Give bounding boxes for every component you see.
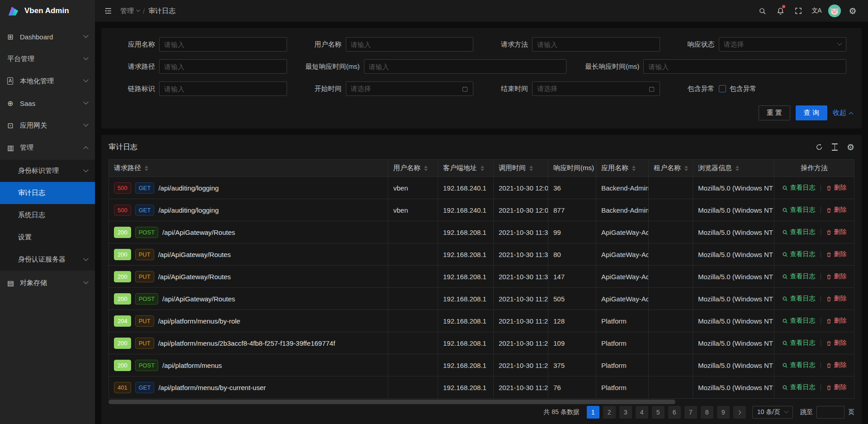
- view-log-button[interactable]: 查看日志: [782, 383, 816, 391]
- end-time-picker[interactable]: 请选择: [532, 81, 660, 96]
- sidebar-menu-item[interactable]: 本地化管理: [0, 71, 95, 91]
- horizontal-scrollbar[interactable]: [108, 400, 854, 404]
- delete-button[interactable]: 删除: [826, 383, 847, 391]
- view-log-button[interactable]: 查看日志: [782, 339, 816, 347]
- sidebar-submenu-item[interactable]: 审计日志: [0, 182, 95, 204]
- delete-button[interactable]: 删除: [826, 295, 847, 303]
- column-header[interactable]: 请求路径: [109, 160, 388, 177]
- column-header[interactable]: 用户名称: [388, 160, 438, 177]
- reset-button[interactable]: 重 置: [759, 105, 790, 120]
- settings-icon[interactable]: ⚙: [844, 0, 862, 22]
- request-path-input[interactable]: [159, 59, 287, 74]
- filter-field-trace-id: 链路标识: [108, 81, 295, 96]
- page-button[interactable]: 6: [668, 406, 681, 419]
- delete-button[interactable]: 删除: [826, 361, 847, 369]
- column-header[interactable]: 响应时间(ms): [548, 160, 596, 177]
- collapse-link[interactable]: 收起: [833, 109, 853, 117]
- max-response-time-input[interactable]: [643, 59, 846, 74]
- sidebar-submenu-item[interactable]: 身份标识管理: [0, 160, 95, 182]
- page-button[interactable]: 7: [684, 406, 697, 419]
- row-height-icon[interactable]: [832, 143, 838, 151]
- delete-button[interactable]: 删除: [826, 184, 847, 192]
- app-name-cell: Platform: [596, 376, 649, 399]
- sort-icon[interactable]: [632, 166, 636, 171]
- field-label: 链路标识: [108, 85, 159, 93]
- view-log-button[interactable]: 查看日志: [782, 228, 816, 236]
- sidebar-menu-item[interactable]: 平台管理: [0, 49, 95, 69]
- include-exception-checkbox[interactable]: [719, 85, 726, 92]
- column-header[interactable]: 租户名称: [649, 160, 693, 177]
- sidebar-submenu-item[interactable]: 身份认证服务器: [0, 248, 95, 271]
- sort-icon[interactable]: [481, 166, 484, 171]
- actions-cell: 查看日志 删除: [774, 310, 854, 332]
- refresh-icon[interactable]: [816, 143, 823, 151]
- sort-icon[interactable]: [529, 166, 533, 171]
- page-button[interactable]: 9: [717, 406, 730, 419]
- scrollbar-thumb[interactable]: [108, 400, 675, 404]
- request-method-input[interactable]: [532, 37, 660, 52]
- page-button[interactable]: 8: [701, 406, 713, 419]
- sidebar-menu-item[interactable]: 对象存储: [0, 273, 95, 293]
- view-log-button[interactable]: 查看日志: [782, 206, 816, 214]
- jump-page-input[interactable]: [816, 406, 844, 419]
- notification-icon[interactable]: [771, 0, 789, 22]
- tenant-name-cell: [649, 177, 693, 199]
- view-log-button[interactable]: 查看日志: [782, 184, 816, 192]
- search-button[interactable]: 查 询: [796, 105, 827, 120]
- tenant-name-cell: [649, 243, 693, 266]
- column-header[interactable]: 客户端地址: [438, 160, 494, 177]
- view-log-button[interactable]: 查看日志: [782, 295, 816, 303]
- page-button[interactable]: 4: [636, 406, 648, 419]
- breadcrumb-parent[interactable]: 管理: [120, 7, 139, 15]
- sidebar-submenu-item[interactable]: 系统日志: [0, 204, 95, 226]
- sidebar-menu-item[interactable]: 应用网关: [0, 115, 95, 135]
- page-button[interactable]: 3: [619, 406, 632, 419]
- view-log-button[interactable]: 查看日志: [782, 317, 816, 325]
- response-status-select[interactable]: 请选择: [719, 37, 847, 52]
- magnifier-icon: [782, 185, 788, 191]
- sort-icon[interactable]: [684, 166, 688, 171]
- delete-button[interactable]: 删除: [826, 339, 847, 347]
- column-header[interactable]: 应用名称: [596, 160, 649, 177]
- column-header-label: 用户名称: [393, 164, 420, 172]
- column-header[interactable]: 操作方法: [774, 160, 854, 177]
- translate-icon[interactable]: 文A: [807, 0, 826, 22]
- next-page-button[interactable]: [733, 406, 746, 419]
- column-settings-icon[interactable]: ⚙: [847, 143, 854, 152]
- page-button[interactable]: 1: [587, 406, 599, 419]
- delete-button[interactable]: 删除: [826, 250, 847, 258]
- sort-icon[interactable]: [424, 166, 428, 171]
- sort-icon[interactable]: [145, 166, 148, 171]
- fullscreen-icon[interactable]: [789, 0, 807, 22]
- trace-id-input[interactable]: [159, 81, 287, 96]
- request-path-text: /api/ApiGateway/Routes: [162, 295, 235, 303]
- sidebar-menu-item[interactable]: Saas: [0, 93, 95, 113]
- min-response-time-input[interactable]: [364, 59, 567, 74]
- user-name-input[interactable]: [346, 37, 474, 52]
- delete-button[interactable]: 删除: [826, 317, 847, 325]
- delete-button[interactable]: 删除: [826, 206, 847, 214]
- view-log-button[interactable]: 查看日志: [782, 250, 816, 258]
- search-icon[interactable]: [753, 0, 771, 22]
- column-header[interactable]: 浏览器信息: [693, 160, 774, 177]
- sidebar-menu-item[interactable]: 管理: [0, 138, 95, 157]
- view-log-button[interactable]: 查看日志: [782, 272, 816, 281]
- page-button[interactable]: 5: [652, 406, 665, 419]
- avatar[interactable]: [826, 0, 844, 22]
- app-name-input[interactable]: [159, 37, 287, 52]
- sidebar-submenu-item[interactable]: 设置: [0, 226, 95, 248]
- logo[interactable]: Vben Admin: [0, 0, 95, 22]
- menu-fold-icon[interactable]: [101, 4, 115, 18]
- delete-button[interactable]: 删除: [826, 228, 847, 236]
- sort-icon[interactable]: [736, 166, 739, 171]
- app-layout: Vben Admin Dashboard 平台管理: [0, 0, 868, 424]
- view-log-button[interactable]: 查看日志: [782, 361, 816, 369]
- column-header[interactable]: 调用时间: [494, 160, 548, 177]
- page-button[interactable]: 2: [603, 406, 616, 419]
- page-size-select[interactable]: 10 条/页: [752, 406, 793, 419]
- start-time-picker[interactable]: 请选择: [346, 81, 474, 96]
- field-label: 最短响应时间(ms): [295, 62, 364, 71]
- sidebar-menu-item[interactable]: Dashboard: [0, 27, 95, 47]
- delete-button[interactable]: 删除: [826, 272, 847, 281]
- chevron-icon: [83, 256, 88, 261]
